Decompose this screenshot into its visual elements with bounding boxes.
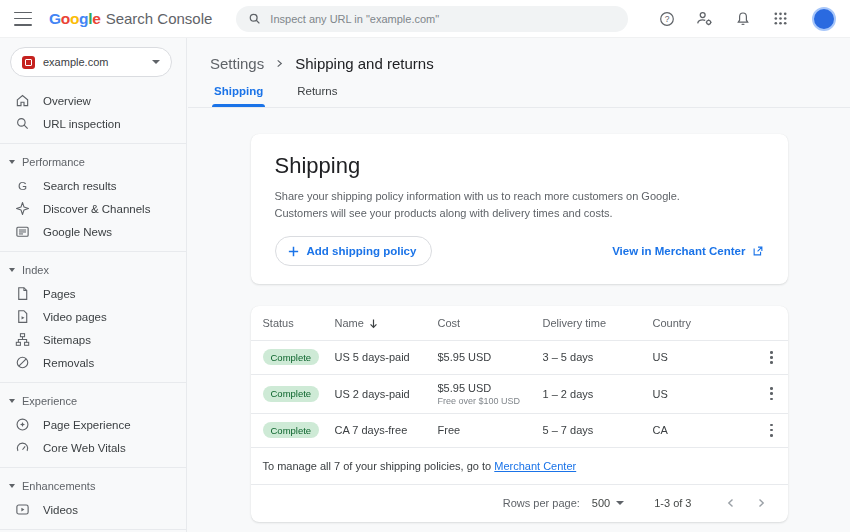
sidebar-item-videos[interactable]: Videos — [0, 498, 186, 521]
breadcrumb: Settings Shipping and returns — [188, 38, 850, 85]
help-icon[interactable]: ? — [658, 10, 675, 27]
policy-cost: $5.95 USD — [438, 351, 543, 363]
chevron-down-icon — [9, 160, 15, 164]
section-toggle-enhancements[interactable]: Enhancements — [0, 473, 186, 498]
property-selector[interactable]: example.com — [10, 47, 172, 77]
user-settings-icon[interactable] — [696, 10, 713, 27]
policy-cost: Free — [438, 424, 543, 436]
column-header-country[interactable]: Country — [653, 317, 756, 329]
sidebar-item-sitemaps[interactable]: Sitemaps — [0, 328, 186, 351]
hamburger-menu-icon[interactable] — [14, 12, 32, 26]
breadcrumb-settings[interactable]: Settings — [210, 55, 264, 72]
sidebar-item-google-news[interactable]: Google News — [0, 220, 186, 243]
row-menu-kebab-icon[interactable] — [767, 348, 776, 367]
previous-page-icon[interactable] — [720, 492, 742, 514]
google-apps-grid-icon[interactable] — [772, 10, 789, 27]
sidebar-item-removals[interactable]: Removals — [0, 351, 186, 374]
column-header-delivery-time[interactable]: Delivery time — [543, 317, 653, 329]
shipping-card: Shipping Share your shipping policy info… — [251, 134, 788, 284]
sidebar-item-overview[interactable]: Overview — [0, 89, 186, 112]
policy-name: US 2 days-paid — [335, 388, 438, 400]
tab-shipping[interactable]: Shipping — [212, 85, 265, 107]
sidebar-item-label: Videos — [43, 504, 78, 516]
merchant-center-footer-link[interactable]: Merchant Center — [494, 460, 576, 472]
add-shipping-policy-button[interactable]: Add shipping policy — [275, 236, 433, 266]
sitemaps-icon — [15, 332, 30, 347]
sidebar-item-discover-channels[interactable]: Discover & Channels — [0, 197, 186, 220]
policy-country: US — [653, 388, 756, 400]
tab-bar: Shipping Returns — [188, 85, 850, 108]
sidebar-item-label: Overview — [43, 95, 91, 107]
policy-cost-main: $5.95 USD — [438, 382, 543, 394]
table-row[interactable]: Complete US 2 days-paid $5.95 USD Free o… — [251, 374, 788, 413]
table-row[interactable]: Complete US 5 days-paid $5.95 USD 3 – 5 … — [251, 340, 788, 374]
chevron-down-icon — [9, 268, 15, 272]
row-menu-kebab-icon[interactable] — [767, 384, 776, 403]
main-content: Settings Shipping and returns Shipping R… — [188, 38, 850, 532]
pages-icon — [15, 286, 30, 301]
sidebar-item-search-results[interactable]: G Search results — [0, 174, 186, 197]
notifications-bell-icon[interactable] — [734, 10, 751, 27]
sidebar-item-label: Video pages — [43, 311, 107, 323]
tab-returns[interactable]: Returns — [295, 85, 339, 107]
sidebar-item-core-web-vitals[interactable]: Core Web Vitals — [0, 436, 186, 459]
status-badge: Complete — [263, 422, 320, 438]
rows-per-page-select[interactable]: 500 — [592, 497, 624, 509]
sidebar-item-label: Discover & Channels — [43, 203, 150, 215]
breadcrumb-current: Shipping and returns — [295, 55, 433, 72]
sidebar-item-label: Google News — [43, 226, 112, 238]
section-label: Experience — [22, 395, 77, 407]
svg-text:G: G — [18, 179, 27, 192]
chevron-down-icon — [9, 484, 15, 488]
search-icon — [15, 116, 30, 131]
add-button-label: Add shipping policy — [307, 245, 417, 257]
shipping-description: Share your shipping policy information w… — [275, 188, 764, 221]
chevron-down-icon — [152, 60, 160, 64]
sidebar-item-pages[interactable]: Pages — [0, 282, 186, 305]
discover-sparkle-icon — [15, 201, 30, 216]
account-avatar[interactable] — [812, 7, 836, 31]
policy-cost-sub: Free over $100 USD — [438, 396, 543, 406]
sidebar-section-enhancements: Enhancements Videos — [0, 467, 186, 521]
policy-name: US 5 days-paid — [335, 351, 438, 363]
section-toggle-experience[interactable]: Experience — [0, 388, 186, 413]
pagination-range: 1-3 of 3 — [654, 497, 691, 509]
chevron-right-icon — [275, 59, 284, 68]
description-line-1: Share your shipping policy information w… — [275, 188, 764, 205]
merchant-center-link-label: View in Merchant Center — [612, 245, 745, 257]
policy-country: CA — [653, 424, 756, 436]
next-page-icon[interactable] — [750, 492, 772, 514]
sort-descending-icon — [368, 318, 379, 329]
search-icon — [248, 12, 261, 25]
pagination-bar: Rows per page: 500 1-3 of 3 — [251, 484, 788, 522]
videos-icon — [15, 502, 30, 517]
column-header-name[interactable]: Name — [335, 317, 438, 329]
policy-delivery-time: 1 – 2 days — [543, 388, 653, 400]
product-name: Search Console — [106, 10, 213, 27]
app-logo[interactable]: Google Search Console — [49, 10, 212, 28]
policy-name: CA 7 days-free — [335, 424, 438, 436]
url-inspect-input[interactable] — [270, 13, 616, 25]
sidebar-item-url-inspection[interactable]: URL inspection — [0, 112, 186, 135]
removals-icon — [15, 355, 30, 370]
policy-country: US — [653, 351, 756, 363]
section-toggle-index[interactable]: Index — [0, 257, 186, 282]
column-header-cost[interactable]: Cost — [438, 317, 543, 329]
property-name: example.com — [43, 56, 108, 68]
url-inspection-searchbar[interactable] — [236, 6, 628, 32]
property-icon — [22, 56, 35, 69]
sidebar-item-video-pages[interactable]: Video pages — [0, 305, 186, 328]
row-menu-kebab-icon[interactable] — [767, 421, 776, 440]
section-toggle-performance[interactable]: Performance — [0, 149, 186, 174]
table-row[interactable]: Complete CA 7 days-free Free 5 – 7 days … — [251, 413, 788, 447]
column-header-name-label: Name — [335, 317, 364, 329]
card-actions: Add shipping policy View in Merchant Cen… — [275, 236, 764, 266]
top-app-bar: Google Search Console ? — [0, 0, 850, 38]
google-logo: Google — [49, 10, 101, 28]
view-in-merchant-center-link[interactable]: View in Merchant Center — [612, 245, 763, 257]
sidebar-item-label: Removals — [43, 357, 94, 369]
sidebar-item-page-experience[interactable]: Page Experience — [0, 413, 186, 436]
policy-cost: $5.95 USD Free over $100 USD — [438, 382, 543, 406]
column-header-status[interactable]: Status — [263, 317, 335, 329]
section-label: Performance — [22, 156, 85, 168]
